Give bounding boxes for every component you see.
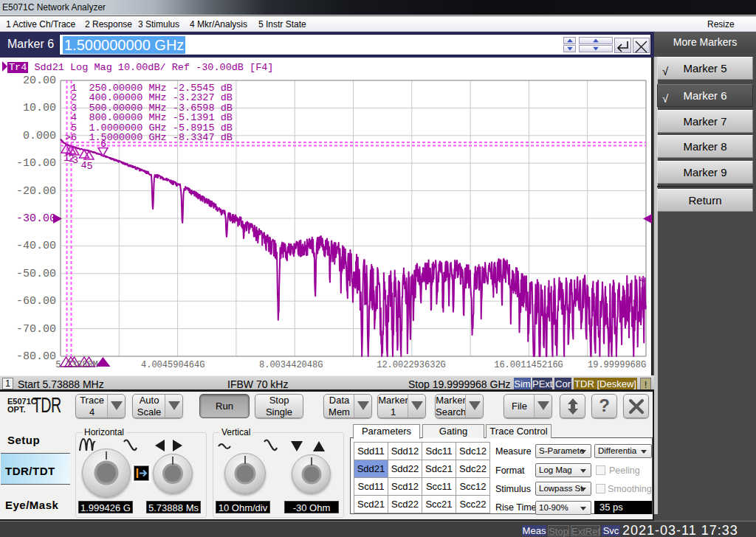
svg-text:5: 5 [87,161,93,172]
svg-text:4: 4 [81,160,87,171]
svg-text:3: 3 [72,155,78,166]
svg-text:4: 4 [639,274,645,285]
